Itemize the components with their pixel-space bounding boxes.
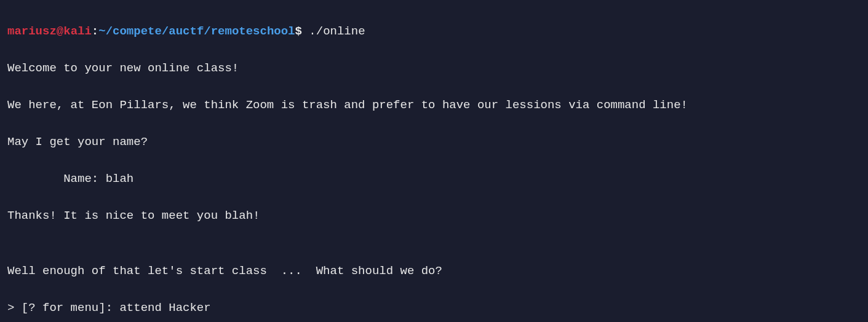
prompt-host: kali xyxy=(63,25,92,38)
prompt-user: mariusz xyxy=(7,25,57,38)
prompt-path: ~/compete/auctf/remoteschool xyxy=(98,25,295,38)
terminal-output[interactable]: mariusz@kali:~/compete/auctf/remoteschoo… xyxy=(7,4,861,322)
output-line: Name: blah xyxy=(7,170,861,188)
output-line: May I get your name? xyxy=(7,133,861,151)
output-line: Well enough of that let's start class ..… xyxy=(7,262,861,280)
prompt-dollar: $ xyxy=(295,25,302,38)
command-text: ./online xyxy=(302,25,365,38)
prompt-at: @ xyxy=(57,25,63,38)
output-line: > [? for menu]: attend Hacker xyxy=(7,299,861,317)
output-line: Thanks! It is nice to meet you blah! xyxy=(7,206,861,225)
output-line: Welcome to your new online class! xyxy=(7,59,861,77)
prompt-line-1: mariusz@kali:~/compete/auctf/remoteschoo… xyxy=(7,22,861,41)
prompt-colon: : xyxy=(92,25,98,38)
output-line: We here, at Eon Pillars, we think Zoom i… xyxy=(7,96,861,114)
